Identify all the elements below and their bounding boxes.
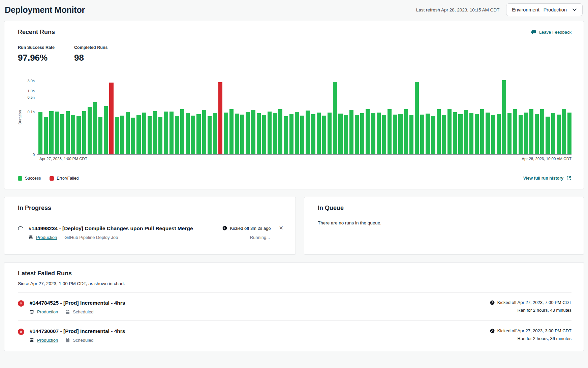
close-icon[interactable]: ✕ <box>279 225 283 231</box>
chart-bar-success[interactable] <box>437 109 441 154</box>
chart-bar-success[interactable] <box>557 115 561 154</box>
chart-bar-success[interactable] <box>349 110 353 154</box>
chart-bar-success[interactable] <box>344 115 348 154</box>
chart-bar-success[interactable] <box>93 102 97 154</box>
chart-bar-success[interactable] <box>431 116 435 154</box>
chart-bar-success[interactable] <box>66 111 70 154</box>
chart-bar-success[interactable] <box>382 115 386 154</box>
chart-bar-success[interactable] <box>44 117 48 154</box>
chart-bar-success[interactable] <box>115 117 119 154</box>
chart-bar-success[interactable] <box>360 113 364 154</box>
leave-feedback-link[interactable]: Leave Feedback <box>531 30 571 35</box>
chart-bar-success[interactable] <box>38 112 42 154</box>
chart-bar-success[interactable] <box>235 114 239 154</box>
chart-bar-success[interactable] <box>426 114 430 154</box>
chart-bar-success[interactable] <box>377 113 381 154</box>
chart-bar-success[interactable] <box>491 115 495 154</box>
chart-bar-success[interactable] <box>497 114 501 154</box>
chart-bar-success[interactable] <box>513 109 517 154</box>
environment-link[interactable]: Production <box>36 235 57 240</box>
chart-bar-success[interactable] <box>175 116 179 154</box>
chart-bar-success[interactable] <box>415 82 419 154</box>
chart-bar-success[interactable] <box>136 115 141 154</box>
chart-bar-success[interactable] <box>229 109 234 154</box>
chart-bar-success[interactable] <box>213 113 217 154</box>
chart-bar-success[interactable] <box>169 112 174 154</box>
chart-bar-success[interactable] <box>317 113 321 154</box>
chart-bar-success[interactable] <box>284 116 288 154</box>
chart-bar-success[interactable] <box>453 112 457 154</box>
chart-bar-success[interactable] <box>338 114 342 154</box>
chart-bar-success[interactable] <box>153 111 157 154</box>
chart-bar-success[interactable] <box>148 116 152 154</box>
chart-bar-success[interactable] <box>524 113 528 154</box>
chart-bar-success[interactable] <box>502 80 506 154</box>
chart-bar-success[interactable] <box>273 113 277 154</box>
chart-bar-success[interactable] <box>366 109 370 154</box>
chart-bar-success[interactable] <box>442 115 446 154</box>
chart-bar-success[interactable] <box>120 116 124 154</box>
environment-link[interactable]: Production <box>37 309 58 314</box>
chart-bar-success[interactable] <box>540 109 544 154</box>
chart-bar-success[interactable] <box>98 117 102 154</box>
chart-bar-success[interactable] <box>251 110 255 154</box>
chart-bar-success[interactable] <box>76 116 81 154</box>
chart-bar-success[interactable] <box>278 109 282 154</box>
chart-bar-success[interactable] <box>480 109 484 154</box>
chart-bar-success[interactable] <box>131 118 135 154</box>
environment-link[interactable]: Production <box>37 338 58 343</box>
chart-bar-success[interactable] <box>398 114 402 154</box>
chart-bar-success[interactable] <box>355 115 359 154</box>
chart-bar-success[interactable] <box>104 106 108 154</box>
chart-bar-success[interactable] <box>71 115 75 154</box>
chart-bar-success[interactable] <box>388 109 392 154</box>
chart-bar-success[interactable] <box>82 111 86 154</box>
chart-bar-success[interactable] <box>371 113 375 154</box>
chart-bar-success[interactable] <box>475 114 479 154</box>
environment-selector[interactable]: Environment Production <box>506 3 583 16</box>
chart-bar-success[interactable] <box>464 110 468 154</box>
chart-bar-success[interactable] <box>262 115 266 154</box>
chart-bar-success[interactable] <box>567 113 571 154</box>
chart-bar-success[interactable] <box>224 113 228 154</box>
chart-bar-success[interactable] <box>246 112 250 154</box>
chart-bar-success[interactable] <box>300 116 304 154</box>
chart-bar-success[interactable] <box>126 112 130 154</box>
chart-bar-success[interactable] <box>311 114 315 154</box>
chart-bar-success[interactable] <box>60 114 64 154</box>
chart-bar-success[interactable] <box>469 113 473 154</box>
chart-bar-error[interactable] <box>109 83 113 154</box>
chart-bar-success[interactable] <box>88 107 92 154</box>
chart-bar-success[interactable] <box>458 114 462 154</box>
chart-bar-success[interactable] <box>420 115 424 154</box>
chart-bar-success[interactable] <box>240 115 244 154</box>
chart-bar-success[interactable] <box>295 112 299 154</box>
chart-bar-success[interactable] <box>529 109 533 154</box>
chart-bar-success[interactable] <box>268 112 272 154</box>
chart-bar-success[interactable] <box>393 115 397 154</box>
chart-bar-success[interactable] <box>306 111 310 154</box>
chart-bar-success[interactable] <box>49 111 53 154</box>
chart-bar-success[interactable] <box>409 115 413 154</box>
chart-bar-success[interactable] <box>486 113 490 154</box>
chart-bar-success[interactable] <box>208 116 212 154</box>
chart-bar-error[interactable] <box>218 82 222 154</box>
chart-bar-success[interactable] <box>257 113 261 154</box>
chart-bar-success[interactable] <box>191 116 195 154</box>
chart-bar-success[interactable] <box>202 110 206 154</box>
chart-bar-success[interactable] <box>562 109 566 154</box>
chart-bar-success[interactable] <box>333 82 337 154</box>
chart-bar-success[interactable] <box>546 117 550 154</box>
view-full-run-history-link[interactable]: View full run history <box>523 176 571 181</box>
chart-bar-success[interactable] <box>196 114 200 154</box>
chart-bar-success[interactable] <box>507 113 512 154</box>
chart-bar-success[interactable] <box>186 113 190 154</box>
chart-bar-success[interactable] <box>180 109 184 154</box>
chart-bar-success[interactable] <box>289 114 293 154</box>
chart-bar-success[interactable] <box>551 113 555 154</box>
chart-bar-success[interactable] <box>328 113 332 154</box>
chart-bar-success[interactable] <box>535 114 539 154</box>
chart-bar-success[interactable] <box>519 115 523 154</box>
chart-bar-success[interactable] <box>322 116 326 154</box>
chart-bar-success[interactable] <box>447 109 452 154</box>
